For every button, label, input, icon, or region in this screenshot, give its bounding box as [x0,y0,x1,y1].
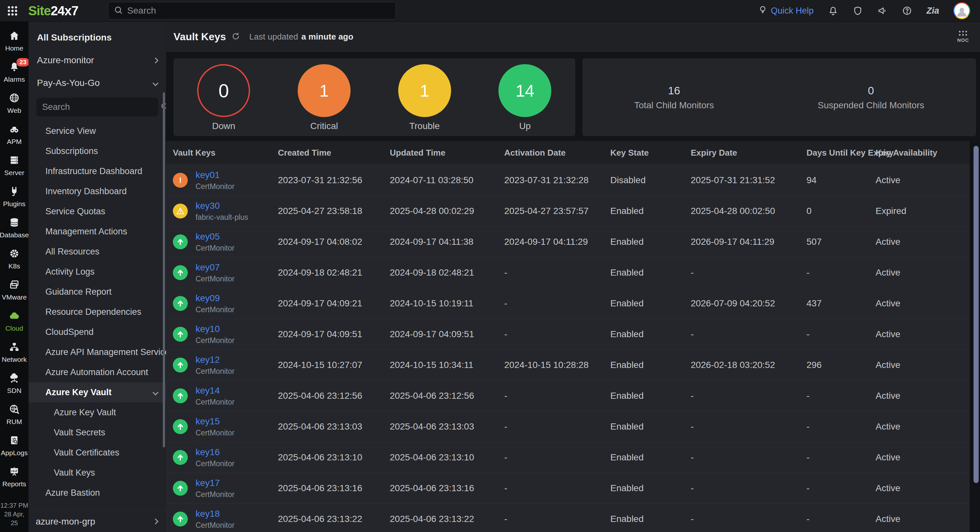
column-header-key-availability[interactable]: Key Availability [876,148,970,158]
sidebar-item-infrastructure-dashboard[interactable]: Infrastructure Dashboard [29,161,166,181]
topbar: Site24x7 Quick Help Zia [0,0,980,22]
bell-icon[interactable] [828,5,838,16]
sidebar-item-service-view[interactable]: Service View [29,121,166,141]
sidebar-item-all-subscriptions[interactable]: All Subscriptions [29,26,166,49]
status-circle-trouble[interactable]: 1Trouble [398,64,451,131]
rail-item-apm[interactable]: APM [7,124,22,146]
expiry-date: - [691,267,807,278]
vault-keys-table: Vault KeysCreated TimeUpdated TimeActiva… [166,141,970,532]
vault-key-link[interactable]: key07 [196,262,234,273]
quick-help-button[interactable]: Quick Help [758,5,814,17]
rail-item-network[interactable]: Network [2,341,27,364]
sidebar-item-subscriptions[interactable]: Subscriptions [29,141,166,161]
sidebar-search[interactable] [36,98,158,116]
vault-key-link[interactable]: key15 [196,416,234,427]
sidebar-item-cloudspend[interactable]: CloudSpend [29,322,166,342]
column-header-expiry-date[interactable]: Expiry Date [691,148,807,158]
rail-item-web[interactable]: Web [8,92,21,114]
monitor-type: CertMonitor [196,182,234,191]
rail-item-vmware[interactable]: VMware [2,279,27,301]
vault-key-link[interactable]: key09 [196,293,234,303]
chevron-down-icon [153,80,158,86]
vault-key-link[interactable]: key30 [196,201,248,211]
sidebar-scrollbar[interactable] [163,92,165,447]
activation-date: - [504,391,610,401]
clock-date: 28 Apr, 25 [0,510,29,527]
sidebar-search-input[interactable] [42,102,157,112]
k8s-icon [9,248,20,260]
rail-item-sdn[interactable]: SDN [7,373,21,395]
sidebar-item-management-actions[interactable]: Management Actions [29,221,166,241]
sidebar-item-azure-key-vault[interactable]: Azure Key Vault [29,382,166,402]
sidebar-item-azure-monitor[interactable]: Azure-monitor [29,49,166,71]
table-row: key15CertMonitor2025-04-06 23:13:032025-… [166,411,970,442]
rail-item-k8s[interactable]: K8s [8,248,20,270]
sidebar-item-azure-bastion[interactable]: Azure Bastion [29,483,166,503]
sidebar-item-inventory-dashboard[interactable]: Inventory Dashboard [29,181,166,201]
expiry-date: - [691,483,807,494]
status-circle-up[interactable]: 14Up [498,64,551,131]
days-until-expiry: 507 [807,237,876,247]
child-monitor-stat: 0Suspended Child Monitors [818,84,924,111]
rail-item-alarms[interactable]: 23Alarms [3,61,25,83]
sidebar-item-all-resources[interactable]: All Resources [29,241,166,262]
rail-item-home[interactable]: Home [5,30,23,52]
sidebar-item-resource-dependencies[interactable]: Resource Dependencies [29,302,166,322]
sidebar-item-pay-as-you-go[interactable]: Pay-As-You-Go [29,71,166,94]
vault-key-link[interactable]: key01 [196,170,234,180]
column-header-days-until-key-expiry[interactable]: Days Until Key Expiry [807,148,876,158]
sidebar-item-guidance-report[interactable]: Guidance Report [29,282,166,302]
vault-key-link[interactable]: key16 [196,447,234,457]
column-header-key-state[interactable]: Key State [610,148,691,158]
sidebar-item-azure-mon-grp[interactable]: azure-mon-grp [29,511,166,532]
main-scrollbar[interactable] [974,146,979,483]
created-time: 2024-09-18 02:48:21 [278,267,390,278]
column-header-activation-date[interactable]: Activation Date [504,148,610,158]
user-avatar[interactable] [953,2,970,19]
sidebar-item-azure-key-vault[interactable]: Azure Key Vault [29,402,166,422]
site24x7-logo[interactable]: Site24x7 [28,3,78,18]
apps-grid-icon[interactable] [8,6,17,16]
expiry-date: - [691,421,807,432]
rail-item-reports[interactable]: Reports [2,466,26,488]
table-row: key17CertMonitor2025-04-06 23:13:162025-… [166,473,970,504]
vault-key-link[interactable]: key17 [196,478,234,488]
rail-item-plugins[interactable]: Plugins [3,186,25,208]
rail-item-database[interactable]: Database [0,217,29,239]
sidebar-item-vault-keys[interactable]: Vault Keys [29,463,166,483]
status-circle-down[interactable]: 0Down [197,64,250,131]
sidebar-item-vault-certificates[interactable]: Vault Certificates [29,443,166,463]
status-count: 0 [197,64,250,117]
column-header-updated-time[interactable]: Updated Time [390,148,504,158]
rail-item-cloud[interactable]: Cloud [5,310,23,332]
refresh-icon[interactable] [231,32,240,42]
sidebar-item-azure-api-management-service[interactable]: Azure API Management Service [29,342,166,362]
sidebar-item-activity-logs[interactable]: Activity Logs [29,262,166,282]
rail-item-applogs[interactable]: AppLogs [1,435,28,457]
vault-key-link[interactable]: key05 [196,232,234,242]
column-header-vault-keys[interactable]: Vault Keys [173,148,278,158]
sidebar-item-azure-automation-account[interactable]: Azure Automation Account [29,362,166,382]
rail-item-rum[interactable]: RUM [6,403,22,426]
vault-key-link[interactable]: key18 [196,509,234,519]
megaphone-icon[interactable] [877,5,888,16]
key-state: Disabled [610,175,691,186]
vault-key-link[interactable]: key10 [196,324,234,334]
table-row: key18CertMonitor2025-04-06 23:13:222025-… [166,504,970,532]
noc-view-button[interactable]: NOC [957,31,969,43]
vault-key-link[interactable]: key12 [196,355,234,365]
sidebar-item-service-quotas[interactable]: Service Quotas [29,201,166,221]
sidebar-item-label: Vault Keys [54,468,95,478]
status-circle-critical[interactable]: 1Critical [298,64,350,131]
rail-item-server[interactable]: Server [4,155,24,177]
sidebar-item-vault-secrets[interactable]: Vault Secrets [29,422,166,443]
zia-icon[interactable]: Zia [926,6,939,16]
column-header-created-time[interactable]: Created Time [278,148,390,158]
shield-icon[interactable] [853,5,863,16]
search-input[interactable] [127,5,390,16]
global-search[interactable] [108,2,396,19]
help-icon[interactable] [902,5,912,16]
vault-key-link[interactable]: key14 [196,386,234,396]
monitor-type: CertMonitor [196,367,234,376]
key-availability: Active [876,483,970,494]
